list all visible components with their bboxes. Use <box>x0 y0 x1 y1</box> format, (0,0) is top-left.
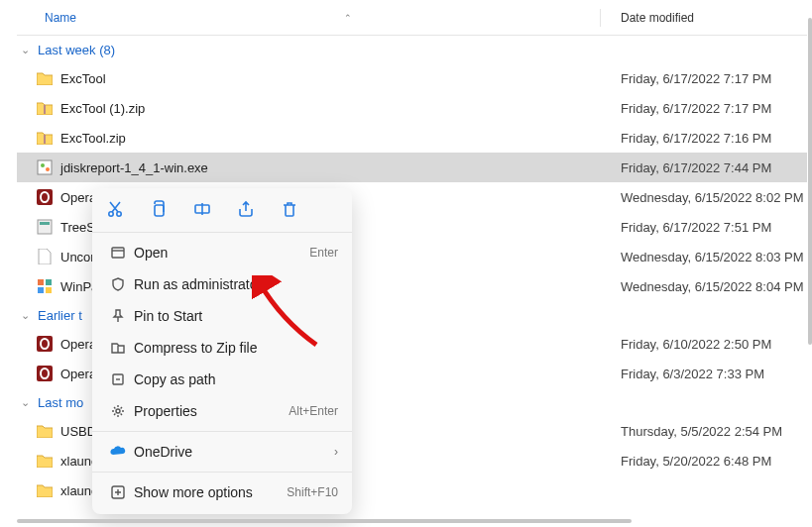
list-item[interactable]: ExcTool (1).zip Friday, 6/17/2022 7:17 P… <box>17 93 807 123</box>
opera-icon <box>35 189 55 205</box>
svg-point-18 <box>117 212 121 216</box>
menu-label: Pin to Start <box>130 308 338 324</box>
open-icon <box>106 245 130 261</box>
file-date: Friday, 6/17/2022 7:17 PM <box>621 101 771 116</box>
svg-rect-2 <box>38 160 52 174</box>
group-header-last-week[interactable]: ⌄ Last week (8) <box>17 36 807 63</box>
scrollbar-vertical[interactable] <box>808 18 812 345</box>
shield-icon <box>106 276 130 292</box>
onedrive-icon <box>106 445 130 459</box>
svg-rect-12 <box>46 287 52 293</box>
chevron-down-icon: ⌄ <box>21 396 35 409</box>
column-header-name[interactable]: Name ⌃ <box>45 11 600 25</box>
menu-item-copy-as-path[interactable]: Copy as path <box>92 364 352 395</box>
separator <box>92 472 352 473</box>
folder-icon <box>35 71 55 85</box>
chevron-right-icon: › <box>334 445 338 459</box>
properties-icon <box>106 403 130 419</box>
file-date: Wednesday, 6/15/2022 8:03 PM <box>621 250 804 264</box>
file-date: Friday, 6/17/2022 7:16 PM <box>621 131 771 146</box>
separator <box>92 431 352 432</box>
svg-point-23 <box>116 409 120 413</box>
file-date: Friday, 6/17/2022 7:51 PM <box>621 220 771 235</box>
share-icon[interactable] <box>235 198 257 220</box>
menu-shortcut: Enter <box>309 246 338 260</box>
file-date: Friday, 5/20/2022 6:48 PM <box>621 454 771 469</box>
zip-icon <box>35 131 55 145</box>
file-name: ExcTool <box>60 71 621 86</box>
list-item[interactable]: ExcTool Friday, 6/17/2022 7:17 PM <box>17 63 807 93</box>
chevron-down-icon: ⌄ <box>21 44 35 56</box>
delete-icon[interactable] <box>279 198 300 220</box>
menu-label: Properties <box>130 403 289 419</box>
list-item-selected[interactable]: jdiskreport-1_4_1-win.exe Friday, 6/17/2… <box>17 153 807 182</box>
file-name: jdiskreport-1_4_1-win.exe <box>60 160 621 175</box>
cut-icon[interactable] <box>104 198 126 220</box>
rename-icon[interactable] <box>191 198 213 220</box>
svg-rect-21 <box>112 248 124 258</box>
scrollbar-horizontal[interactable] <box>17 519 632 523</box>
folder-icon <box>35 454 55 468</box>
file-date: Friday, 6/10/2022 2:50 PM <box>621 337 771 352</box>
svg-rect-11 <box>38 287 44 293</box>
file-date: Wednesday, 6/15/2022 8:04 PM <box>621 279 804 294</box>
path-icon <box>106 371 130 387</box>
svg-point-4 <box>46 167 50 171</box>
file-name: ExcTool (1).zip <box>60 101 621 116</box>
menu-item-compress-zip[interactable]: Compress to Zip file <box>92 332 352 364</box>
zip-icon <box>106 340 130 356</box>
opera-icon <box>35 336 55 352</box>
menu-label: Open <box>130 245 309 261</box>
file-date: Friday, 6/17/2022 7:44 PM <box>621 160 771 175</box>
menu-shortcut: Shift+F10 <box>287 485 338 499</box>
copy-icon[interactable] <box>148 198 170 220</box>
menu-shortcut: Alt+Enter <box>289 404 338 418</box>
svg-rect-0 <box>44 105 46 114</box>
menu-item-properties[interactable]: Properties Alt+Enter <box>92 395 352 427</box>
menu-item-onedrive[interactable]: OneDrive › <box>92 436 352 468</box>
folder-icon <box>35 483 55 497</box>
folder-icon <box>35 424 55 438</box>
file-icon <box>35 249 55 264</box>
chevron-down-icon: ⌄ <box>21 309 35 322</box>
menu-label: Show more options <box>130 484 287 500</box>
svg-rect-1 <box>44 135 46 144</box>
svg-point-3 <box>41 163 45 167</box>
sort-caret-icon: ⌃ <box>344 13 352 23</box>
svg-rect-8 <box>40 222 50 225</box>
file-date: Wednesday, 6/15/2022 8:02 PM <box>621 190 804 205</box>
menu-label: OneDrive <box>130 444 334 460</box>
group-label: Last mo <box>38 395 83 410</box>
pin-icon <box>106 308 130 324</box>
column-header-date[interactable]: Date modified <box>600 9 694 27</box>
menu-item-run-as-administrator[interactable]: Run as administrator <box>92 268 352 300</box>
app-icon <box>35 219 55 235</box>
zip-icon <box>35 101 55 115</box>
list-item[interactable]: ExcTool.zip Friday, 6/17/2022 7:16 PM <box>17 123 807 153</box>
file-date: Friday, 6/17/2022 7:17 PM <box>621 71 771 86</box>
exe-icon <box>35 159 55 175</box>
grid-icon <box>35 278 55 294</box>
menu-item-pin-to-start[interactable]: Pin to Start <box>92 300 352 332</box>
file-date: Thursday, 5/5/2022 2:54 PM <box>621 424 782 439</box>
column-header-date-label: Date modified <box>621 11 694 25</box>
menu-label: Run as administrator <box>130 276 338 292</box>
separator <box>92 232 352 233</box>
opera-icon <box>35 366 55 381</box>
column-header-name-label: Name <box>45 11 76 25</box>
menu-item-show-more-options[interactable]: Show more options Shift+F10 <box>92 476 352 508</box>
file-date: Friday, 6/3/2022 7:33 PM <box>621 367 764 381</box>
svg-rect-10 <box>46 279 52 285</box>
menu-label: Compress to Zip file <box>130 340 338 356</box>
menu-item-open[interactable]: Open Enter <box>92 237 352 268</box>
svg-rect-19 <box>155 205 164 216</box>
context-menu-toolbar <box>92 194 352 228</box>
column-header-row: Name ⌃ Date modified <box>17 0 807 36</box>
context-menu: Open Enter Run as administrator Pin to S… <box>92 188 352 514</box>
group-label: Last week (8) <box>38 43 115 57</box>
svg-rect-9 <box>38 279 44 285</box>
file-name: ExcTool.zip <box>60 131 621 146</box>
more-icon <box>106 484 130 500</box>
group-label: Earlier t <box>38 308 82 323</box>
menu-label: Copy as path <box>130 371 338 387</box>
